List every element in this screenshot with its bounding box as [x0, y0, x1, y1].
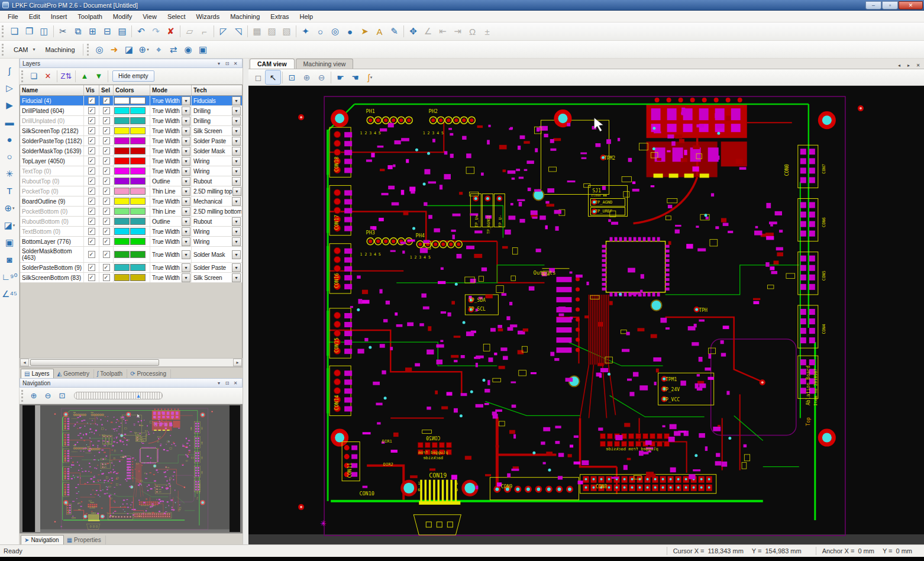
layer-mode-dropdown[interactable]: Outline▼ — [150, 176, 192, 186]
chevron-down-icon[interactable]: ▼ — [232, 273, 241, 282]
layer-select-checkbox[interactable]: ✓ — [99, 273, 114, 282]
layer-color-swatches[interactable] — [114, 217, 150, 226]
machining-mode-button[interactable]: Machining — [39, 45, 80, 54]
layer-visible-checkbox[interactable]: ✓ — [84, 227, 99, 236]
save-document-button[interactable]: ◫ — [37, 25, 51, 38]
layer-name[interactable]: BottomLayer (776) — [20, 237, 84, 246]
menu-help[interactable]: Help — [295, 12, 319, 21]
convert-to-polygon-button[interactable]: ◸ — [216, 25, 231, 38]
mirror-vertical-button[interactable]: ⇥ — [450, 25, 465, 38]
layer-color-swatches[interactable] — [114, 176, 150, 186]
layer-tech-dropdown[interactable]: Silk Screen▼ — [192, 273, 241, 282]
layer-color-swatches[interactable] — [114, 126, 150, 136]
layer-select-checkbox[interactable]: ✓ — [99, 166, 114, 176]
tab-layers[interactable]: ▤Layers — [21, 369, 54, 378]
layer-mode-dropdown[interactable]: True Width▼ — [150, 247, 192, 262]
layer-row[interactable]: BoardOutline (9) ✓ ✓ True Width▼ Mechani… — [20, 196, 242, 207]
cut-button[interactable]: ✂ — [56, 25, 70, 38]
layer-mode-dropdown[interactable]: Thin Line▼ — [150, 207, 192, 216]
import-file-button[interactable]: ➜ — [107, 43, 122, 56]
layer-select-checkbox[interactable]: ✓ — [99, 136, 114, 146]
layer-tech-dropdown[interactable]: Wiring▼ — [192, 156, 241, 166]
layer-name[interactable]: DrillPlated (604) — [20, 106, 84, 115]
navigation-panel-titlebar[interactable]: Navigation ▾ ⊡ ✕ — [20, 378, 243, 388]
layer-row[interactable]: SolderMaskBottom (463) ✓ ✓ True Width▼ S… — [20, 247, 242, 263]
tab-properties[interactable]: ▦Properties — [64, 536, 106, 544]
layer-select-checkbox[interactable]: ✓ — [99, 106, 114, 115]
tab-toolpath[interactable]: ʃToolpath — [94, 369, 127, 378]
layer-mode-dropdown[interactable]: True Width▼ — [150, 156, 192, 166]
tab-prev-icon[interactable]: ◂ — [895, 62, 903, 69]
minimize-button[interactable]: – — [865, 1, 881, 9]
layer-visible-checkbox[interactable]: ✓ — [84, 247, 99, 262]
pcb-drawing[interactable]: PH11 2 3 4 5PH21 2 3 4 5PH31 2 3 4 5PH41… — [248, 86, 924, 544]
title-bar[interactable]: LPKF CircuitPro PM 2.6 - Document [Untit… — [0, 0, 924, 11]
layer-select-checkbox[interactable]: ✓ — [99, 196, 114, 206]
menu-toolpath[interactable]: Toolpath — [72, 12, 108, 21]
scroll-left-icon[interactable]: ◂ — [20, 359, 29, 366]
menu-machining[interactable]: Machining — [225, 12, 265, 21]
layer-tech-dropdown[interactable]: 2.5D milling bottom▼ — [192, 207, 241, 216]
chevron-down-icon[interactable]: ▼ — [182, 167, 190, 176]
chevron-down-icon[interactable]: ▼ — [182, 273, 190, 282]
layer-mode-dropdown[interactable]: Outline▼ — [150, 217, 192, 226]
offset-tool-button[interactable]: ± — [480, 25, 495, 38]
circle-filled-button[interactable]: ● — [343, 25, 357, 38]
zoom-slider[interactable]: ▲ — [74, 392, 163, 399]
menu-wizards[interactable]: Wizards — [190, 12, 225, 21]
col-colors[interactable]: Colors — [114, 85, 150, 95]
layer-select-checkbox[interactable]: ✓ — [99, 237, 114, 246]
layer-visible-checkbox[interactable]: ✓ — [84, 166, 99, 176]
new-document-button[interactable]: ❏ — [7, 25, 22, 38]
draw-polygon-button[interactable]: ▱ — [182, 25, 197, 38]
new-layer-button[interactable]: ❏ — [27, 70, 41, 83]
layer-mode-dropdown[interactable]: True Width▼ — [150, 166, 192, 176]
chevron-down-icon[interactable]: ▼ — [232, 157, 241, 166]
layer-mode-dropdown[interactable]: True Width▼ — [150, 146, 192, 156]
set-anchor-button[interactable]: ⊕▾ — [2, 201, 18, 215]
draw-circle-button[interactable]: ○ — [2, 149, 18, 164]
design-rule-check-button[interactable]: ◪ — [122, 43, 137, 56]
layer-row[interactable]: PocketBottom (0) ✓ ✓ Thin Line▼ 2.5D mil… — [20, 207, 242, 217]
layer-row[interactable]: Fiducial (4) ✓ ✓ True Width▼ Fiducials▼ — [20, 96, 242, 106]
chevron-down-icon[interactable]: ▼ — [232, 227, 241, 236]
insert-image-button[interactable]: ▣ — [2, 235, 18, 250]
layer-name[interactable]: SilkScreenTop (2182) — [20, 126, 84, 136]
layer-name[interactable]: DrillUnplated (0) — [20, 116, 84, 125]
layers-panel-titlebar[interactable]: Layers ▾ ⊡ ✕ — [20, 59, 243, 68]
chevron-down-icon[interactable]: ▼ — [182, 137, 190, 146]
z-order-button[interactable]: Z⇅ — [59, 70, 73, 83]
cam-mode-dropdown[interactable]: CAM▾ — [9, 45, 39, 54]
insert-drill-button[interactable]: ◙ — [2, 252, 18, 267]
layer-color-swatches[interactable] — [114, 146, 150, 156]
layer-row[interactable]: SolderPasteTop (1182) ✓ ✓ True Width▼ So… — [20, 136, 242, 146]
zoom-in-button[interactable]: ⊕ — [299, 70, 314, 84]
toolbar-grip[interactable] — [87, 44, 90, 56]
layer-mode-dropdown[interactable]: True Width▼ — [150, 116, 192, 125]
layer-color-swatches[interactable] — [114, 237, 150, 246]
layer-tech-dropdown[interactable]: 2.5D milling top▼ — [192, 186, 241, 196]
layer-row[interactable]: PocketTop (0) ✓ ✓ Thin Line▼ 2.5D millin… — [20, 186, 242, 196]
layer-name[interactable]: SolderMaskTop (1639) — [20, 146, 84, 156]
move-layer-up-button[interactable]: ▲ — [77, 70, 92, 83]
toolbar-grip[interactable] — [2, 25, 5, 37]
copy-button[interactable]: ⧉ — [70, 25, 85, 38]
chevron-down-icon[interactable]: ▼ — [232, 107, 241, 115]
layer-select-checkbox[interactable]: ✓ — [99, 116, 114, 125]
layer-row[interactable]: BottomLayer (776) ✓ ✓ True Width▼ Wiring… — [20, 237, 242, 247]
layer-mode-dropdown[interactable]: True Width▼ — [150, 136, 192, 146]
chevron-down-icon[interactable]: ▼ — [182, 237, 190, 246]
layer-visible-checkbox[interactable]: ✓ — [84, 126, 99, 136]
flash-aperture-button[interactable]: ✦ — [298, 25, 313, 38]
zoom-fit-button[interactable]: ⊡ — [285, 70, 299, 84]
undo-button[interactable]: ↶ — [134, 25, 148, 38]
layer-color-swatches[interactable] — [114, 273, 150, 282]
chevron-down-icon[interactable]: ▼ — [182, 177, 190, 186]
draw-path-button[interactable]: ⌐ — [197, 25, 212, 38]
tab-next-icon[interactable]: ▸ — [904, 62, 913, 69]
layer-select-checkbox[interactable]: ✓ — [99, 186, 114, 196]
layer-mode-dropdown[interactable]: True Width▼ — [150, 106, 192, 115]
layer-tech-dropdown[interactable]: Rubout▼ — [192, 217, 241, 226]
layer-tech-dropdown[interactable]: Fiducials▼ — [192, 96, 241, 105]
chevron-down-icon[interactable]: ▼ — [232, 250, 241, 259]
